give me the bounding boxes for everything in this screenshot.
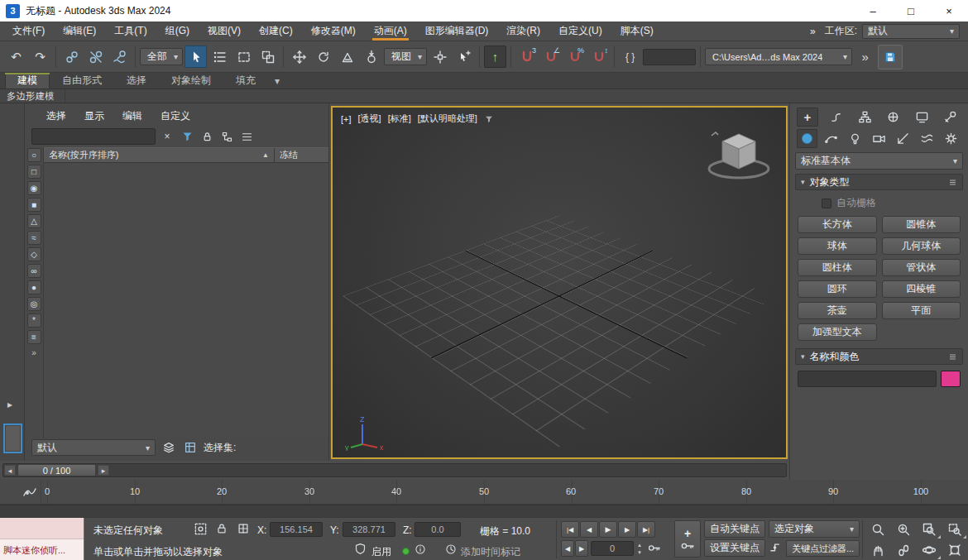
key-filters-button[interactable]: 关键点过滤器... xyxy=(786,540,860,557)
mini-curve-editor-button[interactable] xyxy=(22,484,38,500)
display-tab[interactable] xyxy=(911,108,932,127)
frame-spinner-down[interactable]: ▾ xyxy=(635,548,644,556)
time-slider-track[interactable]: ◂ 0 / 100 ▸ xyxy=(2,463,787,477)
display-lights-icon[interactable]: ◉ xyxy=(27,181,41,195)
display-xrefs-icon[interactable]: ∞ xyxy=(27,264,41,278)
x-coordinate-field[interactable]: 156.154 xyxy=(270,522,323,537)
close-button[interactable]: × xyxy=(930,0,968,22)
select-by-name-button[interactable] xyxy=(208,45,231,68)
se-lock-cell-editing-button[interactable] xyxy=(199,128,215,145)
go-to-end-button[interactable]: ▶| xyxy=(637,521,655,538)
display-bones-icon[interactable]: ◎ xyxy=(27,297,41,311)
window-crossing-toggle[interactable] xyxy=(256,45,279,68)
zoom-region-icon[interactable] xyxy=(942,519,967,539)
menu-edit[interactable]: 编辑(E) xyxy=(54,22,105,41)
layout-1x1-thumbnail[interactable] xyxy=(3,424,22,453)
go-to-start-button[interactable]: |◀ xyxy=(561,521,579,538)
object-type-cylinder-button[interactable]: 圆柱体 xyxy=(798,259,877,276)
helpers-category-tab[interactable] xyxy=(893,129,913,148)
se-freeze-column-header[interactable]: 冻结 xyxy=(274,148,328,162)
named-selection-sets-input[interactable] xyxy=(643,49,696,65)
key-mode-toggle[interactable] xyxy=(647,541,661,555)
name-color-rollout-header[interactable]: ▾ 名称和颜色 xyxy=(795,348,963,365)
display-geometry-icon[interactable]: ○ xyxy=(27,148,41,162)
time-slider-handle[interactable]: 0 / 100 xyxy=(17,464,96,476)
viewcube[interactable] xyxy=(700,126,774,187)
object-category-dropdown[interactable]: 标准基本体 ▾ xyxy=(795,152,963,170)
ribbon-tab-populate[interactable]: 填充 xyxy=(223,73,268,89)
project-folder-dropdown[interactable]: C:\Users\Ad…ds Max 2024 ▾ xyxy=(705,48,852,65)
select-and-scale-button[interactable] xyxy=(336,45,358,68)
object-type-teapot-button[interactable]: 茶壶 xyxy=(798,302,877,319)
isolate-selection-toggle[interactable] xyxy=(194,522,208,536)
se-name-column-header[interactable]: 名称(按升序排序) ▲ xyxy=(44,148,274,162)
scene-explorer-toggle-button[interactable] xyxy=(182,439,199,456)
geometry-category-tab[interactable] xyxy=(797,129,817,148)
menu-animation[interactable]: 动画(A) xyxy=(365,22,416,41)
viewport-renderer-menu[interactable]: [标准] xyxy=(388,112,411,125)
percent-snap-toggle[interactable]: % xyxy=(563,45,586,68)
select-and-link-button[interactable] xyxy=(60,45,83,68)
y-coordinate-field[interactable]: 328.771 xyxy=(343,522,395,537)
info-icon[interactable] xyxy=(415,543,426,555)
menubar-overflow-chevron[interactable]: » xyxy=(801,22,825,41)
track-bar-lane[interactable] xyxy=(0,505,968,517)
maxscript-mini-listener[interactable]: 脚本迷你侦听... xyxy=(0,518,84,560)
key-step-back-button[interactable]: ◀ xyxy=(561,540,574,557)
redo-button[interactable]: ↷ xyxy=(29,45,51,68)
workspace-dropdown[interactable]: 默认 ▾ xyxy=(862,24,960,39)
time-tag-clock-icon[interactable] xyxy=(445,543,457,555)
select-object-button[interactable] xyxy=(184,45,207,68)
se-menu-edit[interactable]: 编辑 xyxy=(114,108,151,125)
menu-scripting[interactable]: 脚本(S) xyxy=(611,22,663,41)
create-tab[interactable]: + xyxy=(797,108,818,127)
zoom-extents-icon[interactable] xyxy=(917,519,942,539)
use-pivot-point-center-button[interactable] xyxy=(429,45,451,68)
key-step-forward-button[interactable]: ▶ xyxy=(575,540,588,557)
toolbar-overflow-chevron[interactable]: » xyxy=(854,45,876,68)
menu-graph-editors[interactable]: 图形编辑器(D) xyxy=(416,22,498,41)
angle-snap-toggle[interactable]: ∠ xyxy=(539,45,562,68)
set-key-button[interactable]: 设置关键点 xyxy=(704,539,765,557)
walk-through-icon[interactable] xyxy=(891,540,916,560)
shapes-category-tab[interactable] xyxy=(821,129,841,148)
object-type-cone-button[interactable]: 圆锥体 xyxy=(882,216,961,233)
set-keys-button[interactable]: + xyxy=(674,520,701,558)
perspective-viewport[interactable]: [+] [透视] [标准] [默认明暗处理] xyxy=(331,106,788,459)
object-type-tube-button[interactable]: 管状体 xyxy=(882,259,961,276)
se-clear-search-button[interactable]: × xyxy=(159,128,175,145)
cameras-category-tab[interactable] xyxy=(869,129,889,148)
display-shapes-icon[interactable]: □ xyxy=(27,165,41,179)
space-warps-category-tab[interactable] xyxy=(917,129,937,148)
pan-view-icon[interactable] xyxy=(865,540,890,560)
se-filter-funnel-button[interactable] xyxy=(179,128,195,145)
edit-named-selection-sets-button[interactable]: { } xyxy=(619,45,641,68)
previous-frame-arrow[interactable]: ◂ xyxy=(4,465,16,476)
reference-coordinate-system-dropdown[interactable]: 视图 ▾ xyxy=(384,48,427,65)
se-filter-overflow[interactable]: » xyxy=(31,348,36,357)
zoom-all-icon[interactable] xyxy=(891,519,916,539)
object-type-torus-button[interactable]: 圆环 xyxy=(798,280,877,298)
se-menu-display[interactable]: 显示 xyxy=(76,108,113,125)
ribbon-tab-freeform[interactable]: 自由形式 xyxy=(50,73,114,89)
object-type-rollout-header[interactable]: ▾ 对象类型 xyxy=(795,174,963,190)
display-list-icon[interactable]: ≡ xyxy=(27,330,41,344)
object-type-sphere-button[interactable]: 球体 xyxy=(798,237,877,255)
snap-toggle-3d-button[interactable]: 3 xyxy=(515,45,538,68)
ribbon-config-dropdown[interactable]: ▾ xyxy=(268,73,286,89)
frame-spinner-up[interactable]: ▴ xyxy=(635,541,644,548)
systems-category-tab[interactable] xyxy=(941,129,961,148)
rollout-menu-icon[interactable] xyxy=(948,352,957,361)
object-type-textplus-button[interactable]: 加强型文本 xyxy=(798,323,877,341)
select-and-place-button[interactable] xyxy=(360,45,382,68)
menu-group[interactable]: 组(G) xyxy=(156,22,199,41)
se-object-list[interactable] xyxy=(44,163,328,438)
polygon-modeling-panel[interactable]: 多边形建模 xyxy=(0,89,65,103)
next-frame-arrow[interactable]: ▸ xyxy=(98,465,109,476)
add-time-tag[interactable]: 添加时间标记 xyxy=(461,545,520,559)
previous-frame-button[interactable]: ◀ xyxy=(580,521,598,538)
app-icon[interactable]: 3 xyxy=(6,4,20,18)
key-filter-target-dropdown[interactable]: 选定对象 ▾ xyxy=(769,520,860,538)
orbit-icon[interactable] xyxy=(917,540,942,560)
display-frozen-icon[interactable]: * xyxy=(27,314,41,328)
